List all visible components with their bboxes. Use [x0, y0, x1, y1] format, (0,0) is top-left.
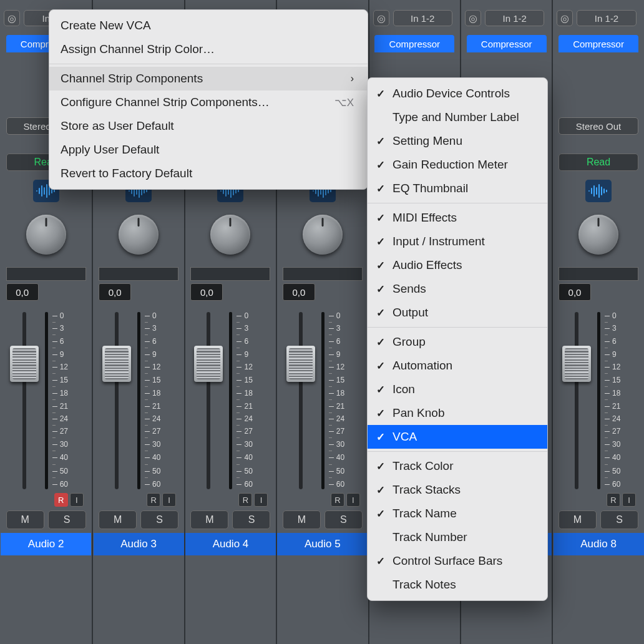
submenu-item[interactable]: Track Notes: [368, 573, 547, 597]
submenu-item[interactable]: ✓Sends: [368, 277, 547, 301]
fader-handle[interactable]: [562, 346, 591, 382]
stereo-link-icon[interactable]: ◎: [4, 10, 20, 26]
scale-tick: 15: [152, 376, 160, 384]
solo-button[interactable]: S: [324, 510, 363, 529]
pan-knob[interactable]: [115, 211, 162, 258]
automation-mode[interactable]: Read: [559, 154, 638, 171]
menu-item[interactable]: Revert to Factory Default: [49, 162, 368, 185]
record-enable-button[interactable]: R: [54, 493, 68, 507]
submenu-item[interactable]: ✓Track Name: [368, 502, 547, 525]
submenu-item[interactable]: ✓Pan Knob: [368, 401, 547, 425]
track-name[interactable]: Audio 8: [554, 533, 644, 555]
submenu-item-label: EQ Thumbnail: [393, 182, 468, 195]
stereo-link-icon[interactable]: ◎: [465, 10, 481, 26]
input-monitor-button[interactable]: I: [162, 493, 176, 507]
solo-button[interactable]: S: [140, 510, 178, 529]
check-icon: ✓: [376, 431, 385, 444]
context-menu-submenu[interactable]: ✓Audio Device ControlsType and Number La…: [367, 77, 548, 601]
fader-handle[interactable]: [102, 346, 131, 382]
submenu-item[interactable]: ✓EQ Thumbnail: [368, 177, 547, 200]
pan-knob[interactable]: [22, 211, 70, 258]
menu-item[interactable]: Assign Channel Strip Color…: [49, 37, 368, 61]
input-monitor-button[interactable]: I: [70, 493, 84, 507]
track-name[interactable]: Audio 5: [277, 533, 368, 555]
input-selector[interactable]: In 1-2: [393, 10, 452, 26]
fader-value[interactable]: 0,0: [99, 283, 131, 301]
level-meter: [137, 312, 140, 489]
insert-plugin[interactable]: Compressor: [374, 35, 454, 52]
submenu-item[interactable]: ✓Input / Instrument: [368, 230, 547, 253]
input-selector[interactable]: In 1-2: [485, 10, 544, 26]
mute-button[interactable]: M: [190, 510, 228, 529]
scale-tick: 6: [244, 337, 248, 346]
menu-item[interactable]: Configure Channel Strip Components…⌥X: [49, 90, 368, 114]
check-icon: ✓: [376, 235, 385, 248]
insert-plugin[interactable]: Compressor: [467, 35, 547, 52]
submenu-item[interactable]: ✓Output: [368, 301, 547, 324]
menu-item[interactable]: Channel Strip Components›: [49, 67, 368, 90]
submenu-item[interactable]: ✓Gain Reduction Meter: [368, 153, 547, 177]
submenu-item[interactable]: ✓Setting Menu: [368, 129, 547, 153]
submenu-item-label: Audio Effects: [393, 258, 462, 272]
scale-tick: 50: [152, 467, 160, 476]
submenu-item[interactable]: Track Number: [368, 525, 547, 549]
record-enable-button[interactable]: R: [331, 493, 344, 507]
scale-tick: 15: [336, 376, 344, 384]
stereo-link-icon[interactable]: ◎: [373, 10, 389, 26]
solo-button[interactable]: S: [600, 510, 638, 529]
submenu-item[interactable]: ✓VCA: [368, 425, 547, 449]
submenu-item[interactable]: ✓MIDI Effects: [368, 206, 547, 230]
stereo-link-icon[interactable]: ◎: [557, 10, 573, 26]
fader-value[interactable]: 0,0: [283, 283, 315, 301]
insert-plugin[interactable]: Compressor: [559, 35, 638, 52]
submenu-item[interactable]: ✓Icon: [368, 378, 547, 401]
fader-handle[interactable]: [286, 346, 315, 382]
menu-item[interactable]: Store as User Default: [49, 114, 368, 138]
pan-knob[interactable]: [299, 211, 346, 258]
mute-button[interactable]: M: [283, 510, 321, 529]
scale-tick: 12: [612, 363, 620, 371]
submenu-item[interactable]: ✓Control Surface Bars: [368, 549, 547, 573]
context-menu-main[interactable]: Create New VCAAssign Channel Strip Color…: [49, 9, 368, 190]
input-monitor-button[interactable]: I: [254, 493, 268, 507]
record-enable-button[interactable]: R: [607, 493, 620, 507]
track-name[interactable]: Audio 3: [94, 533, 184, 555]
scale-tick: 30: [60, 440, 68, 449]
submenu-item[interactable]: ✓Group: [368, 330, 547, 354]
submenu-item[interactable]: Type and Number Label: [368, 105, 547, 129]
menu-item-label: Configure Channel Strip Components…: [61, 95, 270, 109]
mute-button[interactable]: M: [99, 510, 137, 529]
check-icon: ✓: [376, 359, 385, 373]
chevron-right-icon: ›: [338, 73, 354, 84]
solo-button[interactable]: S: [48, 510, 86, 529]
submenu-item[interactable]: ✓Track Color: [368, 454, 547, 478]
submenu-item-label: Track Stacks: [393, 483, 461, 497]
fader-value[interactable]: 0,0: [190, 283, 223, 301]
fader-handle[interactable]: [194, 346, 223, 382]
submenu-item[interactable]: ✓Audio Device Controls: [368, 82, 547, 105]
record-enable-button[interactable]: R: [238, 493, 252, 507]
fader-value[interactable]: 0,0: [559, 283, 591, 301]
pan-knob[interactable]: [575, 211, 622, 258]
menu-item[interactable]: Create New VCA: [49, 14, 368, 37]
mute-button[interactable]: M: [6, 510, 44, 529]
record-enable-button[interactable]: R: [147, 493, 160, 507]
scale-tick: 3: [612, 324, 617, 333]
track-name[interactable]: Audio 4: [185, 533, 276, 555]
mute-button[interactable]: M: [559, 510, 597, 529]
submenu-item[interactable]: ✓Audio Effects: [368, 253, 547, 277]
solo-button[interactable]: S: [232, 510, 270, 529]
input-monitor-button[interactable]: I: [622, 493, 636, 507]
track-name[interactable]: Audio 2: [1, 533, 91, 555]
track-type-icon[interactable]: [585, 180, 612, 202]
fader-value[interactable]: 0,0: [6, 283, 39, 301]
menu-item[interactable]: Apply User Default: [49, 138, 368, 162]
input-selector[interactable]: In 1-2: [577, 10, 636, 26]
input-monitor-button[interactable]: I: [346, 493, 360, 507]
output-selector[interactable]: Stereo Out: [559, 117, 638, 135]
submenu-item[interactable]: ✓Automation: [368, 354, 547, 378]
submenu-item[interactable]: ✓Track Stacks: [368, 478, 547, 502]
fader-handle[interactable]: [10, 346, 39, 382]
pan-knob[interactable]: [207, 211, 254, 258]
scale-tick: 40: [152, 453, 160, 462]
